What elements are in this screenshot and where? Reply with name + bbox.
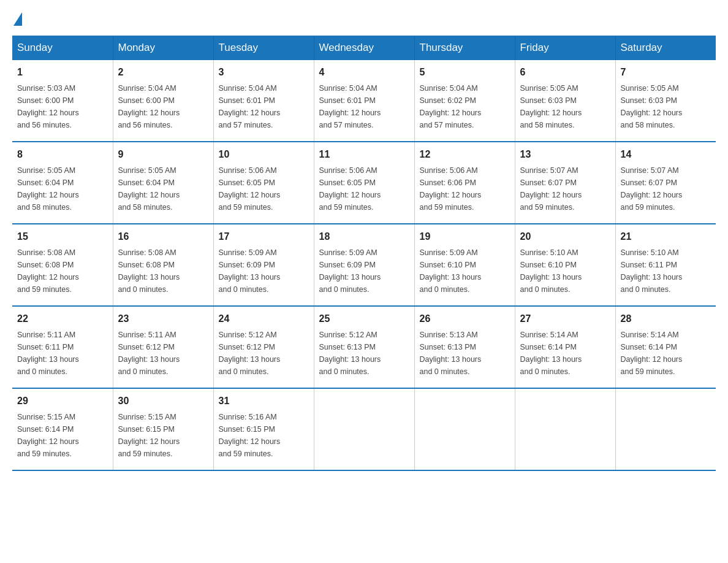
day-info: Sunrise: 5:11 AMSunset: 6:11 PMDaylight:… xyxy=(17,331,79,376)
day-number: 29 xyxy=(17,394,108,408)
day-info: Sunrise: 5:04 AMSunset: 6:02 PMDaylight:… xyxy=(420,84,482,129)
day-number: 5 xyxy=(420,65,510,80)
day-info: Sunrise: 5:05 AMSunset: 6:03 PMDaylight:… xyxy=(621,84,683,129)
logo-triangle-icon xyxy=(13,12,22,26)
calendar-body: 1Sunrise: 5:03 AMSunset: 6:00 PMDaylight… xyxy=(12,60,716,470)
week-row-4: 22Sunrise: 5:11 AMSunset: 6:11 PMDayligh… xyxy=(12,306,716,388)
day-cell: 2Sunrise: 5:04 AMSunset: 6:00 PMDaylight… xyxy=(113,60,213,142)
day-number: 14 xyxy=(621,147,711,162)
day-cell: 16Sunrise: 5:08 AMSunset: 6:08 PMDayligh… xyxy=(113,224,213,306)
page-header xyxy=(12,12,716,23)
day-cell: 12Sunrise: 5:06 AMSunset: 6:06 PMDayligh… xyxy=(414,142,515,224)
day-info: Sunrise: 5:15 AMSunset: 6:15 PMDaylight:… xyxy=(118,413,180,458)
day-cell: 3Sunrise: 5:04 AMSunset: 6:01 PMDaylight… xyxy=(213,60,314,142)
day-number: 9 xyxy=(118,147,208,162)
day-number: 15 xyxy=(17,229,108,244)
day-cell: 28Sunrise: 5:14 AMSunset: 6:14 PMDayligh… xyxy=(615,306,716,388)
day-number: 11 xyxy=(319,147,409,162)
day-number: 23 xyxy=(118,312,208,326)
day-cell: 15Sunrise: 5:08 AMSunset: 6:08 PMDayligh… xyxy=(12,224,113,306)
week-row-5: 29Sunrise: 5:15 AMSunset: 6:14 PMDayligh… xyxy=(12,388,716,470)
day-number: 13 xyxy=(520,147,610,162)
header-cell-monday: Monday xyxy=(113,36,213,60)
day-info: Sunrise: 5:06 AMSunset: 6:05 PMDaylight:… xyxy=(219,166,281,212)
day-number: 25 xyxy=(319,312,409,326)
day-info: Sunrise: 5:09 AMSunset: 6:09 PMDaylight:… xyxy=(319,248,381,294)
day-number: 12 xyxy=(420,147,510,162)
day-number: 19 xyxy=(420,229,510,244)
day-number: 4 xyxy=(319,65,409,80)
day-info: Sunrise: 5:04 AMSunset: 6:00 PMDaylight:… xyxy=(118,84,180,129)
day-cell: 24Sunrise: 5:12 AMSunset: 6:12 PMDayligh… xyxy=(213,306,314,388)
header-cell-friday: Friday xyxy=(515,36,615,60)
day-info: Sunrise: 5:13 AMSunset: 6:13 PMDaylight:… xyxy=(420,331,482,376)
logo-top-row xyxy=(12,12,22,26)
calendar-header: SundayMondayTuesdayWednesdayThursdayFrid… xyxy=(12,36,716,60)
day-info: Sunrise: 5:06 AMSunset: 6:06 PMDaylight:… xyxy=(420,166,482,212)
day-info: Sunrise: 5:14 AMSunset: 6:14 PMDaylight:… xyxy=(621,331,683,376)
day-cell: 5Sunrise: 5:04 AMSunset: 6:02 PMDaylight… xyxy=(414,60,515,142)
week-row-2: 8Sunrise: 5:05 AMSunset: 6:04 PMDaylight… xyxy=(12,142,716,224)
day-cell: 8Sunrise: 5:05 AMSunset: 6:04 PMDaylight… xyxy=(12,142,113,224)
day-cell: 9Sunrise: 5:05 AMSunset: 6:04 PMDaylight… xyxy=(113,142,213,224)
day-info: Sunrise: 5:15 AMSunset: 6:14 PMDaylight:… xyxy=(17,413,79,458)
day-number: 28 xyxy=(621,312,711,326)
day-number: 17 xyxy=(219,229,309,244)
day-info: Sunrise: 5:14 AMSunset: 6:14 PMDaylight:… xyxy=(520,331,582,376)
calendar-table: SundayMondayTuesdayWednesdayThursdayFrid… xyxy=(12,36,716,471)
day-cell: 14Sunrise: 5:07 AMSunset: 6:07 PMDayligh… xyxy=(615,142,716,224)
day-number: 22 xyxy=(17,312,108,326)
day-info: Sunrise: 5:03 AMSunset: 6:00 PMDaylight:… xyxy=(17,84,79,129)
day-info: Sunrise: 5:12 AMSunset: 6:12 PMDaylight:… xyxy=(219,331,281,376)
header-cell-thursday: Thursday xyxy=(414,36,515,60)
day-number: 27 xyxy=(520,312,610,326)
day-info: Sunrise: 5:10 AMSunset: 6:11 PMDaylight:… xyxy=(621,248,683,294)
logo xyxy=(12,12,22,23)
day-cell: 11Sunrise: 5:06 AMSunset: 6:05 PMDayligh… xyxy=(314,142,414,224)
day-cell: 4Sunrise: 5:04 AMSunset: 6:01 PMDaylight… xyxy=(314,60,414,142)
day-number: 7 xyxy=(621,65,711,80)
day-cell: 23Sunrise: 5:11 AMSunset: 6:12 PMDayligh… xyxy=(113,306,213,388)
logo-container xyxy=(12,12,22,23)
day-number: 24 xyxy=(219,312,309,326)
day-number: 31 xyxy=(219,394,309,408)
day-number: 26 xyxy=(420,312,510,326)
day-cell: 22Sunrise: 5:11 AMSunset: 6:11 PMDayligh… xyxy=(12,306,113,388)
day-cell: 30Sunrise: 5:15 AMSunset: 6:15 PMDayligh… xyxy=(113,388,213,470)
day-number: 18 xyxy=(319,229,409,244)
day-cell: 27Sunrise: 5:14 AMSunset: 6:14 PMDayligh… xyxy=(515,306,615,388)
day-info: Sunrise: 5:05 AMSunset: 6:04 PMDaylight:… xyxy=(17,166,79,212)
day-info: Sunrise: 5:09 AMSunset: 6:10 PMDaylight:… xyxy=(420,248,482,294)
day-cell: 31Sunrise: 5:16 AMSunset: 6:15 PMDayligh… xyxy=(213,388,314,470)
day-number: 16 xyxy=(118,229,208,244)
header-cell-saturday: Saturday xyxy=(615,36,716,60)
week-row-3: 15Sunrise: 5:08 AMSunset: 6:08 PMDayligh… xyxy=(12,224,716,306)
day-number: 6 xyxy=(520,65,610,80)
day-number: 10 xyxy=(219,147,309,162)
week-row-1: 1Sunrise: 5:03 AMSunset: 6:00 PMDaylight… xyxy=(12,60,716,142)
day-info: Sunrise: 5:09 AMSunset: 6:09 PMDaylight:… xyxy=(219,248,281,294)
day-number: 2 xyxy=(118,65,208,80)
day-cell: 20Sunrise: 5:10 AMSunset: 6:10 PMDayligh… xyxy=(515,224,615,306)
day-number: 20 xyxy=(520,229,610,244)
header-cell-sunday: Sunday xyxy=(12,36,113,60)
day-cell xyxy=(615,388,716,470)
day-info: Sunrise: 5:08 AMSunset: 6:08 PMDaylight:… xyxy=(17,248,79,294)
day-info: Sunrise: 5:06 AMSunset: 6:05 PMDaylight:… xyxy=(319,166,381,212)
day-info: Sunrise: 5:07 AMSunset: 6:07 PMDaylight:… xyxy=(520,166,582,212)
day-number: 8 xyxy=(17,147,108,162)
day-info: Sunrise: 5:11 AMSunset: 6:12 PMDaylight:… xyxy=(118,331,180,376)
day-cell xyxy=(414,388,515,470)
header-cell-tuesday: Tuesday xyxy=(213,36,314,60)
day-number: 21 xyxy=(621,229,711,244)
day-number: 1 xyxy=(17,65,108,80)
day-info: Sunrise: 5:12 AMSunset: 6:13 PMDaylight:… xyxy=(319,331,381,376)
day-info: Sunrise: 5:08 AMSunset: 6:08 PMDaylight:… xyxy=(118,248,180,294)
day-cell: 7Sunrise: 5:05 AMSunset: 6:03 PMDaylight… xyxy=(615,60,716,142)
day-cell xyxy=(314,388,414,470)
day-info: Sunrise: 5:05 AMSunset: 6:03 PMDaylight:… xyxy=(520,84,582,129)
day-cell: 29Sunrise: 5:15 AMSunset: 6:14 PMDayligh… xyxy=(12,388,113,470)
day-number: 3 xyxy=(219,65,309,80)
header-row: SundayMondayTuesdayWednesdayThursdayFrid… xyxy=(12,36,716,60)
header-cell-wednesday: Wednesday xyxy=(314,36,414,60)
